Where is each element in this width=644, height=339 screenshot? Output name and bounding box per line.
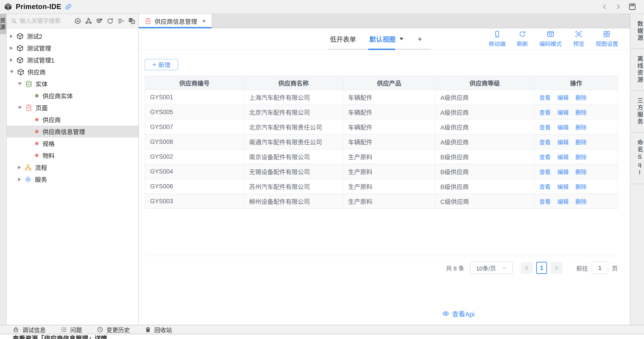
delete-link[interactable]: 删除 xyxy=(575,139,586,146)
page-number-1[interactable]: 1 xyxy=(536,262,547,274)
tree-item-5[interactable]: 供应商实体 xyxy=(7,90,138,102)
cell-2-0: GYS007 xyxy=(145,120,244,134)
caret-right-icon[interactable] xyxy=(18,178,21,181)
search-icon xyxy=(11,18,17,24)
caret-right-icon[interactable] xyxy=(18,166,21,169)
statusbar-item-label: 调试信息 xyxy=(22,326,46,334)
view-api-link[interactable]: 查看Api xyxy=(442,309,474,318)
caret-down-icon[interactable] xyxy=(18,82,22,85)
action-refresh-button[interactable]: 刷新 xyxy=(511,30,534,48)
translate-icon[interactable]: En文 xyxy=(128,18,135,24)
tree-item-12[interactable]: 服务 xyxy=(7,173,138,185)
app-logo-icon xyxy=(4,2,12,11)
tree-item-0[interactable]: 测试2 xyxy=(7,30,138,42)
statusbar-item-bug[interactable]: 调试信息 xyxy=(12,326,46,334)
rail-tab-3[interactable]: 命名Sql xyxy=(630,132,644,184)
page-size-select[interactable]: 10条/页 xyxy=(470,262,513,274)
bullet-icon xyxy=(35,130,38,133)
cubeadd-icon[interactable] xyxy=(96,18,103,24)
statusbar-item-list[interactable]: 问题 xyxy=(60,326,82,334)
table-row-7: GYS003柳州设备配件有限公司生产原料C级供应商查看编辑删除 xyxy=(145,194,618,209)
view-link[interactable]: 查看 xyxy=(539,169,550,175)
add-view-button[interactable]: + xyxy=(416,28,424,50)
tree-item-10[interactable]: 物料 xyxy=(7,150,138,162)
tree-item-7[interactable]: 供应商 xyxy=(7,114,138,126)
edit-link[interactable]: 编辑 xyxy=(557,184,568,190)
delete-link[interactable]: 删除 xyxy=(575,94,586,101)
goto-page-input[interactable] xyxy=(592,262,608,274)
rail-tab-2[interactable]: 三方服务 xyxy=(630,91,644,132)
statusbar-item-clock[interactable]: 变更历史 xyxy=(97,326,130,334)
page-icon xyxy=(25,104,32,112)
edit-link[interactable]: 编辑 xyxy=(557,169,568,175)
edit-link[interactable]: 编辑 xyxy=(557,198,568,205)
delete-link[interactable]: 删除 xyxy=(575,110,586,116)
rail-tab-resources[interactable]: 资源 xyxy=(0,14,6,34)
edit-link[interactable]: 编辑 xyxy=(557,154,568,160)
delete-link[interactable]: 删除 xyxy=(575,124,586,130)
save-icon[interactable] xyxy=(628,3,636,11)
add-button[interactable]: + 新增 xyxy=(145,59,178,70)
action-grid-button[interactable]: 视图设置 xyxy=(590,30,624,48)
action-code-button[interactable]: 编码模式 xyxy=(534,30,568,48)
share-icon[interactable] xyxy=(85,18,92,24)
view-link[interactable]: 查看 xyxy=(539,124,550,130)
ai-icon[interactable]: AI xyxy=(74,18,81,24)
action-preview-button[interactable]: 预览 xyxy=(568,30,590,48)
statusbar-item-trash[interactable]: 回收站 xyxy=(145,326,172,334)
action-mobile-button[interactable]: 移动端 xyxy=(483,30,511,48)
cell-1-0: GYS005 xyxy=(145,105,244,120)
view-link[interactable]: 查看 xyxy=(539,110,550,116)
view-link[interactable]: 查看 xyxy=(539,139,550,146)
edit-link[interactable]: 编辑 xyxy=(557,110,568,116)
action-label: 刷新 xyxy=(517,40,528,48)
nav-back-icon[interactable] xyxy=(601,4,608,10)
tree-item-3[interactable]: 供应商 xyxy=(7,66,138,78)
tree-item-2[interactable]: 测试管理1 xyxy=(7,54,138,66)
edit-link[interactable]: 编辑 xyxy=(557,94,568,101)
doc-tab-supplier-info[interactable]: 供应商信息管理 × xyxy=(139,14,212,28)
caret-right-icon[interactable] xyxy=(10,46,13,50)
view-link[interactable]: 查看 xyxy=(539,198,550,205)
app-window: Primeton-IDE 资源 xyxy=(0,0,644,339)
delete-link[interactable]: 删除 xyxy=(575,154,586,160)
prev-page-button[interactable] xyxy=(521,262,532,274)
caret-down-icon[interactable] xyxy=(18,106,22,109)
left-rail: 资源 xyxy=(0,14,7,325)
caret-right-icon[interactable] xyxy=(10,34,13,38)
cell-4-2: 生产原料 xyxy=(343,149,435,164)
view-link[interactable]: 查看 xyxy=(539,184,550,190)
search-input[interactable] xyxy=(19,17,72,25)
caret-down-icon[interactable] xyxy=(10,70,14,74)
rail-tab-0[interactable]: 数据源 xyxy=(630,14,644,49)
view-actions: 移动端刷新编码模式预览视图设置 xyxy=(483,30,624,48)
tab-default-view[interactable]: 默认视图 xyxy=(368,28,404,50)
nav-forward-icon[interactable] xyxy=(615,4,622,10)
edit-link[interactable]: 编辑 xyxy=(557,139,568,146)
collapse-icon[interactable] xyxy=(118,18,124,24)
tree-item-9[interactable]: 规格 xyxy=(7,138,138,150)
sidebar-toolbar: AIEn文 xyxy=(74,18,136,24)
table-row-0: GYS001上海汽车配件有限公司车辆配件A级供应商查看编辑删除 xyxy=(145,90,618,105)
tree-item-8[interactable]: 供应商信息管理 xyxy=(7,126,138,138)
tree-item-1[interactable]: 测试管理 xyxy=(7,42,138,54)
tree-item-11[interactable]: 流程 xyxy=(7,162,138,173)
rail-tab-1[interactable]: 离线资源 xyxy=(630,49,644,91)
delete-link[interactable]: 删除 xyxy=(575,198,586,205)
delete-link[interactable]: 删除 xyxy=(575,169,586,175)
tree-item-6[interactable]: 页面 xyxy=(7,102,138,114)
cell-5-3: B级供应商 xyxy=(435,164,534,179)
close-tab-icon[interactable]: × xyxy=(202,18,206,24)
link-icon[interactable] xyxy=(65,3,72,10)
edit-link[interactable]: 编辑 xyxy=(557,124,568,130)
tree-item-label: 规格 xyxy=(42,139,55,148)
view-link[interactable]: 查看 xyxy=(539,154,550,160)
view-link[interactable]: 查看 xyxy=(539,94,550,101)
tab-low-code-form[interactable]: 低开表单 xyxy=(328,28,357,50)
column-header-0: 供应商编号 xyxy=(145,76,244,90)
next-page-button[interactable] xyxy=(550,262,562,274)
delete-link[interactable]: 删除 xyxy=(575,184,586,190)
tree-item-4[interactable]: 实体 xyxy=(7,78,138,90)
refresh-icon[interactable] xyxy=(107,18,114,24)
caret-right-icon[interactable] xyxy=(10,58,13,62)
